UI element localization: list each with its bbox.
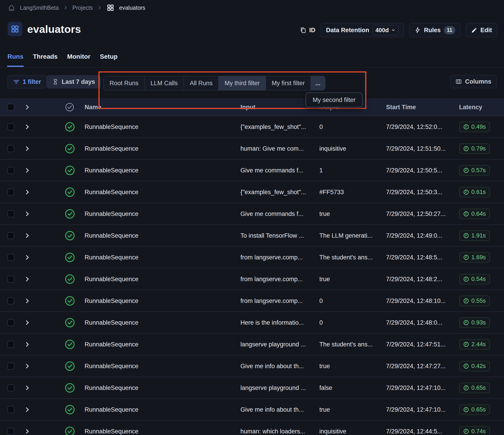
run-name: RunnableSequence — [85, 406, 234, 413]
breadcrumb-root[interactable]: LangSmithBeta — [20, 5, 59, 11]
saved-filter-tab[interactable]: LLM Calls — [145, 76, 184, 90]
expand-chevron-icon[interactable] — [24, 341, 30, 348]
success-status-icon — [65, 230, 75, 241]
row-checkbox[interactable] — [7, 341, 14, 348]
date-range-button[interactable]: Last 7 days — [46, 75, 101, 88]
tab-bar: Runs Threads Monitor Setup — [0, 52, 504, 68]
expand-chevron-icon[interactable] — [24, 276, 30, 282]
breadcrumb-projects[interactable]: Projects — [72, 5, 93, 11]
run-name: RunnableSequence — [85, 319, 234, 326]
row-checkbox[interactable] — [7, 210, 14, 217]
table-row[interactable]: RunnableSequence human: which loaders...… — [0, 420, 504, 435]
select-all-checkbox[interactable] — [7, 104, 14, 111]
home-icon[interactable] — [8, 4, 15, 12]
saved-filter-tab[interactable]: All Runs — [184, 76, 219, 90]
row-checkbox[interactable] — [7, 428, 14, 435]
breadcrumb-current: evaluators — [119, 5, 145, 11]
saved-filter-tab[interactable]: My third filter — [219, 76, 266, 90]
success-status-icon — [65, 317, 75, 328]
run-output: false — [319, 384, 383, 391]
copy-id-button[interactable]: ID — [300, 27, 315, 34]
table-row[interactable]: RunnableSequence from langserve.comp... … — [0, 246, 504, 268]
run-output: true — [319, 276, 383, 283]
hourglass-icon — [52, 79, 59, 85]
run-name: RunnableSequence — [85, 276, 234, 283]
expand-chevron-icon[interactable] — [24, 124, 30, 130]
run-start-time: 7/29/2024, 12:50:27... — [386, 210, 457, 217]
columns-button[interactable]: Columns — [450, 75, 496, 88]
row-checkbox[interactable] — [7, 232, 14, 239]
expand-chevron-icon[interactable] — [24, 428, 30, 435]
row-checkbox[interactable] — [7, 297, 14, 304]
rules-button[interactable]: Rules 11 — [409, 23, 460, 37]
data-retention-button[interactable]: Data Retention 400d — [321, 23, 404, 37]
row-checkbox[interactable] — [7, 189, 14, 196]
tab[interactable]: Monitor — [67, 52, 90, 60]
expand-chevron-icon[interactable] — [24, 298, 30, 304]
expand-all-chevron-icon[interactable] — [24, 104, 30, 110]
run-output: #FF5733 — [319, 189, 383, 196]
chevron-right-icon — [97, 5, 102, 10]
data-retention-value: 400d — [375, 27, 389, 34]
filter-button[interactable]: 1 filter — [8, 75, 47, 88]
column-header-start-time[interactable]: Start Time — [386, 104, 457, 111]
id-label: ID — [309, 27, 315, 34]
table-row[interactable]: RunnableSequence human: Give me com... i… — [0, 138, 504, 159]
tab[interactable]: Setup — [100, 52, 118, 60]
edit-button[interactable]: Edit — [466, 23, 497, 37]
latency-badge: 0.65s — [459, 383, 490, 393]
expand-chevron-icon[interactable] — [24, 167, 30, 174]
table-row[interactable]: RunnableSequence from langserve.comp... … — [0, 290, 504, 312]
run-start-time: 7/29/2024, 12:50:3... — [386, 189, 457, 196]
expand-chevron-icon[interactable] — [24, 385, 30, 391]
data-retention-label: Data Retention — [326, 27, 369, 34]
table-row[interactable]: RunnableSequence Give me info about th..… — [0, 355, 504, 377]
table-row[interactable]: RunnableSequence {"examples_few_shot"...… — [0, 116, 504, 138]
row-checkbox[interactable] — [7, 319, 14, 326]
tab[interactable]: Runs — [8, 52, 23, 60]
latency-value: 0.54s — [471, 276, 486, 283]
saved-filter-tab[interactable]: Root Runs — [104, 76, 145, 90]
expand-chevron-icon[interactable] — [24, 146, 30, 152]
row-checkbox[interactable] — [7, 167, 14, 174]
row-checkbox[interactable] — [7, 145, 14, 152]
row-checkbox[interactable] — [7, 406, 14, 413]
expand-chevron-icon[interactable] — [24, 320, 30, 326]
saved-filter-tab[interactable]: My first filter — [266, 76, 311, 90]
table-row[interactable]: RunnableSequence Give me commands f... 1… — [0, 159, 504, 181]
row-checkbox[interactable] — [7, 276, 14, 283]
column-header-name[interactable]: Name — [85, 104, 234, 111]
run-start-time: 7/29/2024, 12:47:10... — [386, 384, 457, 391]
expand-chevron-icon[interactable] — [24, 211, 30, 217]
row-checkbox[interactable] — [7, 384, 14, 391]
more-filters-button[interactable]: ... — [311, 76, 325, 90]
column-header-input[interactable]: Input — [240, 104, 315, 111]
expand-chevron-icon[interactable] — [24, 189, 30, 195]
tab[interactable]: Threads — [33, 52, 58, 60]
expand-chevron-icon[interactable] — [24, 254, 30, 261]
run-input: Give me commands f... — [240, 210, 315, 217]
data-retention-chip[interactable]: 400d — [372, 25, 398, 35]
row-checkbox[interactable] — [7, 363, 14, 370]
expand-chevron-icon[interactable] — [24, 233, 30, 239]
latency-value: 1.91s — [471, 232, 486, 239]
expand-chevron-icon[interactable] — [24, 363, 30, 369]
filter-dropdown-item[interactable]: My second filter — [306, 92, 363, 107]
table-row[interactable]: RunnableSequence {"examples_few_shot"...… — [0, 181, 504, 203]
table-row[interactable]: RunnableSequence Here is the informatio.… — [0, 312, 504, 333]
run-start-time: 7/29/2024, 12:48:0... — [386, 319, 457, 326]
expand-chevron-icon[interactable] — [24, 407, 30, 413]
table-row[interactable]: RunnableSequence langserve playground ..… — [0, 377, 504, 399]
table-row[interactable]: RunnableSequence langserve playground ..… — [0, 333, 504, 355]
table-row[interactable]: RunnableSequence To install TensorFlow .… — [0, 225, 504, 246]
run-output: true — [319, 363, 383, 370]
column-header-latency[interactable]: Latency — [459, 104, 482, 111]
table-row[interactable]: RunnableSequence Give me info about th..… — [0, 399, 504, 420]
row-checkbox[interactable] — [7, 254, 14, 261]
project-grid-icon — [106, 4, 115, 12]
row-checkbox[interactable] — [7, 123, 14, 130]
success-status-icon — [65, 339, 75, 350]
table-row[interactable]: RunnableSequence from langserve.comp... … — [0, 268, 504, 290]
run-start-time: 7/29/2024, 12:51:50... — [386, 145, 457, 152]
table-row[interactable]: RunnableSequence Give me commands f... t… — [0, 203, 504, 225]
